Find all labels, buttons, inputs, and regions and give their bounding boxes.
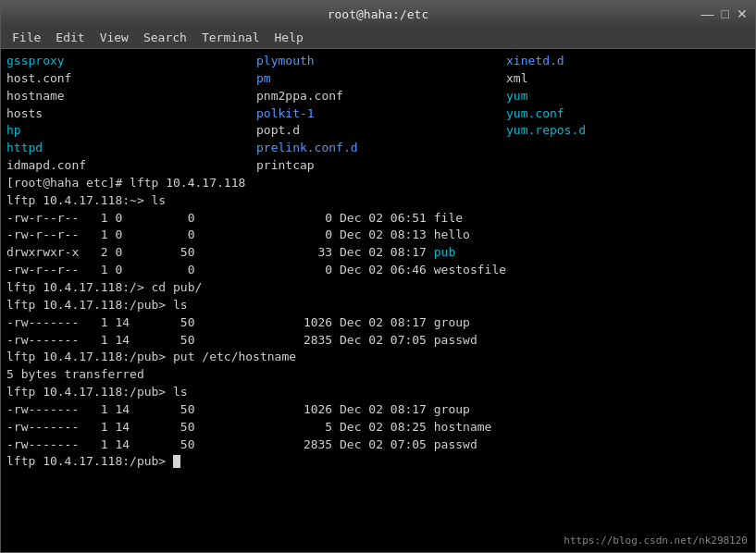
terminal-body[interactable]: gssproxy host.conf hostname hosts hp htt… — [1, 49, 755, 552]
entry-hostconf: host.conf — [6, 70, 256, 88]
entry-blank1 — [506, 140, 755, 157]
entry-plymouth: plymouth — [256, 53, 506, 70]
menu-file[interactable]: File — [5, 29, 48, 46]
title-bar: root@haha:/etc — □ ✕ — [1, 1, 755, 27]
entry-hosts: hosts — [6, 105, 256, 123]
entry-blank2 — [506, 157, 755, 175]
entry-poptd: popt.d — [256, 122, 506, 140]
menu-terminal[interactable]: Terminal — [194, 29, 267, 46]
entry-hp: hp — [6, 122, 256, 140]
ls-group: -rw------- 1 14 50 1026 Dec 02 08:17 gro… — [6, 314, 750, 332]
entry-idmapd: idmapd.conf — [6, 157, 256, 175]
entry-hostname: hostname — [6, 88, 256, 105]
entry-httpd: httpd — [6, 140, 256, 157]
minimize-button[interactable]: — — [701, 7, 714, 20]
menu-view[interactable]: View — [93, 29, 136, 46]
menu-help[interactable]: Help — [267, 29, 311, 46]
terminal-window: root@haha:/etc — □ ✕ File Edit View Sear… — [0, 0, 756, 553]
entry-prelink: prelink.conf.d — [256, 140, 506, 157]
window-title: root@haha:/etc — [328, 7, 429, 21]
ls-passwd: -rw------- 1 14 50 2835 Dec 02 07:05 pas… — [6, 332, 750, 350]
file-listing: gssproxy host.conf hostname hosts hp htt… — [6, 53, 750, 175]
cmd-line-2: lftp 10.4.17.118:~> ls — [6, 192, 750, 210]
entry-xml: xml — [506, 70, 755, 88]
entry-printcap: printcap — [256, 157, 506, 175]
entry-gssproxy: gssproxy — [6, 53, 256, 70]
col-2: plymouth pm pnm2ppa.conf polkit-1 popt.d… — [256, 53, 506, 175]
watermark: https://blog.csdn.net/nk298120 — [564, 534, 748, 548]
ls-file: -rw-r--r-- 1 0 0 0 Dec 02 06:51 file — [6, 210, 750, 227]
maximize-button[interactable]: □ — [722, 7, 729, 20]
entry-yum: yum — [506, 88, 755, 105]
entry-yumconf: yum.conf — [506, 105, 755, 123]
col-3: xinetd.d xml yum yum.conf yum.repos.d — [506, 53, 755, 175]
entry-xinetd: xinetd.d — [506, 53, 755, 70]
cmd-ls-pub2: lftp 10.4.17.118:/pub> ls — [6, 384, 750, 401]
entry-polkit: polkit-1 — [256, 105, 506, 123]
menu-search[interactable]: Search — [136, 29, 194, 46]
menu-bar: File Edit View Search Terminal Help — [1, 27, 755, 49]
cmd-line-1: [root@haha etc]# lftp 10.4.17.118 — [6, 175, 750, 192]
cmd-cd-pub: lftp 10.4.17.118:/> cd pub/ — [6, 279, 750, 297]
ls-westosfile: -rw-r--r-- 1 0 0 0 Dec 02 06:46 westosfi… — [6, 262, 750, 279]
entry-pnm2ppa: pnm2ppa.conf — [256, 88, 506, 105]
ls-pub: drwxrwxr-x 2 0 50 33 Dec 02 08:17 pub — [6, 244, 750, 262]
close-button[interactable]: ✕ — [737, 7, 748, 20]
cmd-ls-pub: lftp 10.4.17.118:/pub> ls — [6, 297, 750, 314]
entry-pm: pm — [256, 70, 506, 88]
ls-group2: -rw------- 1 14 50 1026 Dec 02 08:17 gro… — [6, 401, 750, 419]
entry-yumreposd: yum.repos.d — [506, 122, 755, 140]
prompt-final: lftp 10.4.17.118:/pub> — [6, 453, 750, 471]
window-controls: — □ ✕ — [701, 7, 748, 20]
transfer-msg: 5 bytes transferred — [6, 366, 750, 384]
ls-hello: -rw-r--r-- 1 0 0 0 Dec 02 08:13 hello — [6, 227, 750, 244]
menu-edit[interactable]: Edit — [48, 29, 92, 46]
cmd-put: lftp 10.4.17.118:/pub> put /etc/hostname — [6, 349, 750, 366]
terminal-cursor — [173, 455, 180, 468]
ls-hostname: -rw------- 1 14 50 5 Dec 02 08:25 hostna… — [6, 419, 750, 436]
col-1: gssproxy host.conf hostname hosts hp htt… — [6, 53, 256, 175]
pub-dir: pub — [434, 245, 455, 259]
ls-passwd2: -rw------- 1 14 50 2835 Dec 02 07:05 pas… — [6, 436, 750, 454]
